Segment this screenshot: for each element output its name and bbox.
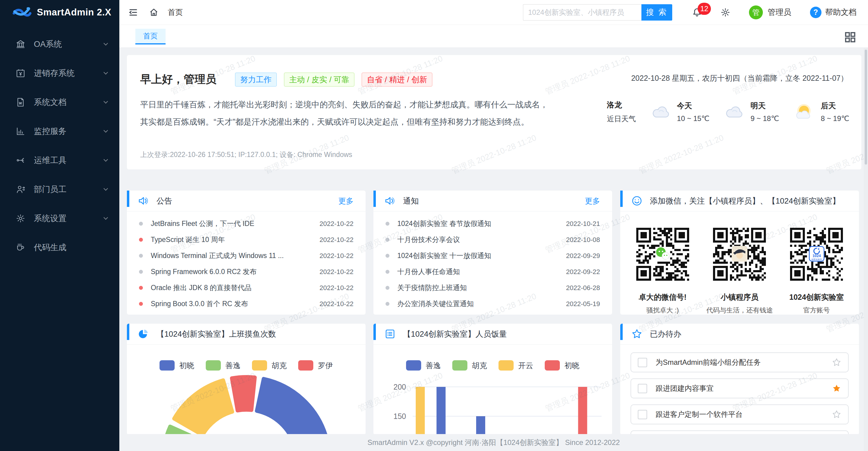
sidebar-item-monitor[interactable]: 监控服务 (0, 117, 119, 146)
sidebar-item-settings[interactable]: 系统设置 (0, 204, 119, 233)
qr-card-0: 卓大的微信号!骚扰卓大 :) (634, 225, 691, 315)
todo-item-2[interactable]: 跟进客户定制一个软件平台 (630, 404, 849, 424)
announcement-item[interactable]: TypeScript 诞生 10 周年2022-10-22 (127, 232, 366, 248)
notice-item[interactable]: 十月份技术分享会议2022-10-08 (373, 232, 612, 248)
legend-item[interactable]: 初晓 (545, 360, 580, 370)
notice-date: 2022-09-29 (566, 252, 600, 260)
weather-day-0: 今天10 ~ 15℃ (650, 101, 710, 123)
weather-day-text: 今天10 ~ 15℃ (677, 101, 710, 123)
logo-row[interactable]: SmartAdmin 2.X (0, 0, 119, 25)
sidebar-item-ops[interactable]: 运维工具 (0, 146, 119, 175)
help-label: 帮助文档 (825, 7, 857, 18)
scrollbar-thumb[interactable] (865, 50, 867, 165)
home-icon[interactable] (149, 7, 159, 17)
bar-chart-icon (16, 126, 25, 136)
legend-item[interactable]: 胡克 (252, 360, 287, 370)
weather-day-text: 后天8 ~ 19℃ (821, 101, 849, 123)
legend-item[interactable]: 初晓 (159, 360, 194, 370)
todo-checkbox[interactable] (638, 358, 647, 367)
announcement-panel: 公告 更多 JetBrains Fleet 公测，下一代 IDE2022-10-… (127, 191, 366, 315)
accent-bar (127, 323, 129, 340)
weather-city-label: 近日天气 (607, 114, 636, 124)
chevron-down-icon (102, 70, 109, 77)
notice-item[interactable]: 1024创新实验室 十一放假通知2022-09-29 (373, 248, 612, 264)
star-outline-icon[interactable] (832, 358, 841, 367)
chevron-down-icon (102, 215, 109, 222)
sidebar-item-codegen[interactable]: 代码生成 (0, 233, 119, 262)
qr-code-image: 1024创新实验室 (787, 225, 845, 283)
announcement-item[interactable]: Windows Terminal 正式成为 Windows 11 ...2022… (127, 248, 366, 264)
announcement-date: 2022-10-22 (319, 252, 353, 260)
qr-name: 卓大的微信号! (639, 292, 686, 302)
settings-gear-icon[interactable] (720, 7, 730, 17)
notice-item[interactable]: 十月份人事任命通知2022-09-22 (373, 264, 612, 280)
announcement-item[interactable]: Spring Framework 6.0.0 RC2 发布2022-10-22 (127, 264, 366, 280)
sidebar-item-label: 监控服务 (34, 126, 66, 137)
notice-item[interactable]: 1024创新实验室 春节放假通知2022-10-21 (373, 216, 612, 232)
todo-checkbox[interactable] (638, 384, 647, 393)
announcement-item[interactable]: JetBrains Fleet 公测，下一代 IDE2022-10-22 (127, 216, 366, 232)
notice-date: 2022-10-08 (566, 236, 600, 244)
donut-chart (127, 344, 366, 435)
notice-dot (385, 238, 390, 242)
legend-item[interactable]: 善逸 (406, 360, 441, 370)
legend-chip (545, 360, 560, 370)
greeting-tag-0: 努力工作 (235, 73, 277, 86)
search-input[interactable] (523, 4, 642, 21)
notice-header: 通知 更多 (373, 191, 612, 212)
greeting-card: 早上好，管理员 努力工作主动 / 皮实 / 可靠自省 / 精进 / 创新 202… (127, 55, 861, 169)
bank-icon (16, 39, 25, 49)
username[interactable]: 管理员 (768, 7, 791, 18)
notice-more-link[interactable]: 更多 (585, 196, 600, 206)
sidebar-item-docs[interactable]: 系统文档 (0, 88, 119, 117)
avatar[interactable]: 管 (749, 5, 763, 19)
menu-fold-icon[interactable] (128, 7, 138, 17)
panel-title: 【1024创新实验室】上班摸鱼次数 (156, 329, 276, 339)
question-circle-icon: ? (810, 7, 822, 18)
panel-title: 通知 (403, 196, 419, 206)
notice-dot (385, 270, 390, 274)
breadcrumb[interactable]: 首页 (168, 7, 183, 17)
notice-date: 2022-06-28 (566, 284, 600, 292)
notification-bell[interactable]: 12 (692, 7, 702, 17)
announcement-text: JetBrains Fleet 公测，下一代 IDE (151, 219, 313, 228)
legend-chip (498, 360, 514, 370)
wechat-header: 添加微信，关注【小镇程序员】、【1024创新实验室】 (620, 191, 859, 212)
notice-item[interactable]: 办公室消杀关键位置通知2022-05-19 (373, 296, 612, 312)
sidebar-item-erp[interactable]: 进销存系统 (0, 59, 119, 88)
announcement-dot (139, 286, 143, 290)
legend-item[interactable]: 善逸 (206, 360, 241, 370)
vertical-scrollbar[interactable] (864, 48, 868, 451)
team-icon (16, 185, 25, 194)
speaker-icon (384, 195, 396, 206)
legend-item[interactable]: 胡克 (452, 360, 487, 370)
tabbar: 首页 (119, 25, 868, 48)
greeting-title: 早上好，管理员 (140, 72, 216, 87)
panel-title: 公告 (156, 196, 172, 206)
announcement-item[interactable]: Spring Boot 3.0.0 首个 RC 发布2022-10-22 (127, 296, 366, 312)
tab-home[interactable]: 首页 (135, 29, 165, 45)
announcement-dot (139, 238, 143, 242)
sidebar-item-oa[interactable]: OA系统 (0, 30, 119, 59)
announcement-item[interactable]: Oracle 推出 JDK 8 的直接替代品2022-10-22 (127, 280, 366, 296)
star-outline-icon[interactable] (832, 410, 841, 419)
todo-item-0[interactable]: 为SmartAdmin前端小组分配任务 (630, 353, 849, 372)
tab-layout-grid-icon[interactable] (844, 31, 856, 43)
notice-item[interactable]: 关于疫情防控上班通知2022-06-28 (373, 280, 612, 296)
qr-name: 小镇程序员 (720, 292, 758, 302)
pie-chart-icon (138, 328, 149, 340)
announcement-more-link[interactable]: 更多 (338, 196, 353, 206)
accent-bar (127, 191, 129, 207)
todo-item-1[interactable]: 跟进团建内容事宜 (630, 378, 849, 398)
todo-checkbox[interactable] (638, 410, 647, 419)
search-button[interactable]: 搜 索 (642, 4, 672, 21)
announcement-list: JetBrains Fleet 公测，下一代 IDE2022-10-22Type… (127, 212, 366, 312)
star-filled-icon[interactable] (832, 384, 841, 393)
fish-chart-body: 初晓善逸胡克罗伊 (127, 344, 366, 435)
app-title: SmartAdmin 2.X (37, 7, 111, 18)
legend-item[interactable]: 罗伊 (298, 360, 333, 370)
legend-label: 开云 (518, 361, 533, 370)
help-docs-link[interactable]: ? 帮助文档 (810, 7, 857, 18)
sidebar-item-staff[interactable]: 部门员工 (0, 175, 119, 204)
legend-item[interactable]: 开云 (498, 360, 533, 370)
